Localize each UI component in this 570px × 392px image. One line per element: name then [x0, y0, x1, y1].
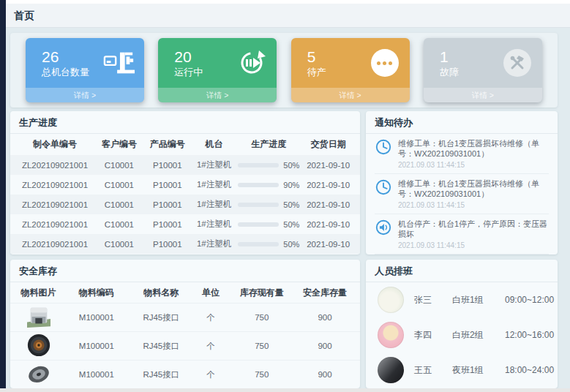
delivery-date: 2021-09-10: [301, 181, 356, 189]
material-name: RJ45接口: [130, 341, 192, 352]
customer-no: C10001: [95, 200, 143, 209]
machine: 1#注塑机: [192, 179, 237, 190]
material-stock: 750: [230, 342, 295, 350]
material-stock: 750: [230, 313, 295, 322]
col-delivery-date: 交货日期: [301, 138, 356, 151]
fault-label: 故障: [440, 66, 459, 79]
production-row: ZL202109021001 C10001 P10001 1#注塑机 50% 2…: [10, 195, 360, 214]
stat-card-fault[interactable]: 1 故障 详情 >: [424, 38, 542, 102]
customer-no: C10001: [95, 220, 143, 229]
material-image-cell: [15, 305, 62, 331]
col-material-name: 物料名称: [130, 287, 192, 299]
inventory-table-header: 物料图片 物料编码 物料名称 单位 库存现有量 安全库存量: [10, 282, 360, 303]
notifications-list: 维修工单：机台1变压器损坏待维修（单号：WX202109031001） 2021…: [366, 134, 558, 255]
production-table-header: 制令单编号 客户编号 产品编号 机台 生产进度 交货日期: [10, 134, 360, 155]
running-label: 运行中: [174, 66, 203, 79]
total-machines-value: 26: [42, 48, 89, 66]
delivery-date: 2021-09-10: [301, 161, 356, 170]
col-material-code: 物料编码: [62, 287, 130, 299]
speaker-angled-photo: [24, 361, 53, 386]
notification-text: 机台停产：机台1停产，停产原因：变压器损坏: [398, 219, 549, 239]
schedule-row: 张三 白班1组 09:00~12:00: [366, 282, 558, 317]
stat-card-waiting[interactable]: 5 待产 详情 >: [291, 38, 410, 102]
delivery-date: 2021-09-10: [301, 240, 356, 249]
order-no: ZL202109021001: [15, 161, 95, 170]
product-no: P10001: [143, 181, 192, 189]
notification-item[interactable]: 维修工单：机台1变压器损坏待维修（单号：WX202109031001） 2021…: [375, 134, 549, 174]
stat-card-body: 26 总机台数量: [26, 38, 144, 88]
ellipsis-icon: [369, 48, 401, 78]
card-detail-link[interactable]: 详情 >: [424, 88, 542, 102]
worker-time: 12:00~16:00: [505, 330, 554, 340]
avatar: [378, 287, 404, 313]
product-no: P10001: [143, 220, 192, 229]
progress-bar: [238, 203, 279, 207]
material-code: M100001: [62, 313, 130, 322]
worker-time: 18:00~24:00: [505, 365, 554, 375]
production-row: ZL202109021001 C10001 P10001 1#注塑机 50% 2…: [10, 234, 360, 254]
stat-card-texts: 26 总机台数量: [42, 48, 89, 79]
tools-icon: [501, 48, 533, 78]
product-no: P10001: [143, 240, 192, 249]
col-customer-no: 客户编号: [95, 138, 143, 151]
machine: 1#注塑机: [192, 199, 237, 210]
progress-percent: 50%: [283, 240, 299, 249]
avatar: [378, 357, 404, 383]
stat-card-texts: 1 故障: [440, 48, 459, 79]
card-detail-link[interactable]: 详情 >: [291, 88, 410, 102]
customer-no: C10001: [95, 161, 143, 170]
notification-text: 维修工单：机台1变压器损坏待维修（单号：WX202109031001）: [398, 178, 549, 199]
inventory-row: M100001 RJ45接口 个 750 900: [10, 303, 360, 331]
schedule-row: 李四 白班2组 12:00~16:00: [366, 317, 558, 353]
stat-card-body: 5 待产: [291, 38, 410, 88]
material-unit: 个: [192, 341, 229, 352]
notification-item[interactable]: 机台停产：机台1停产，停产原因：变压器损坏 2021.09.03 11:44:1…: [375, 214, 549, 255]
stat-cards-panel: 26 总机台数量 详情 >: [10, 33, 558, 108]
rj45-connector-photo: [24, 305, 53, 330]
notification-item[interactable]: 维修工单：机台1变压器损坏待维修（单号：WX202109031001） 2021…: [375, 174, 549, 214]
stat-card-running[interactable]: 20 运行中 详情 >: [158, 38, 277, 102]
progress-percent: 50%: [283, 200, 299, 209]
material-unit: 个: [192, 312, 229, 323]
bottom-edge: [0, 388, 570, 392]
delivery-date: 2021-09-10: [301, 220, 356, 229]
stat-card-total-machines[interactable]: 26 总机台数量 详情 >: [26, 38, 144, 102]
stat-card-texts: 5 待产: [307, 48, 326, 79]
production-progress-panel: 生产进度 制令单编号 客户编号 产品编号 机台 生产进度 交货日期 ZL2021…: [10, 111, 360, 255]
avatar: [378, 322, 404, 348]
worker-name: 李四: [414, 329, 452, 342]
production-row: ZL202109021001 C10001 P10001 1#注塑机 50% 2…: [10, 155, 360, 175]
progress-bar: [238, 242, 279, 246]
speaker-front-photo: [24, 333, 53, 358]
waiting-label: 待产: [307, 66, 326, 79]
notification-time: 2021.09.03 11:44:15: [398, 200, 549, 210]
progress-percent: 50%: [283, 161, 299, 170]
production-progress-title: 生产进度: [10, 111, 360, 134]
clock-icon: [375, 178, 392, 196]
tab-home[interactable]: 首页: [6, 4, 34, 27]
progress-cell: 50%: [236, 220, 301, 229]
running-icon: [236, 48, 268, 78]
product-no: P10001: [143, 200, 192, 209]
col-safety-qty: 安全库存量: [294, 287, 356, 299]
safety-inventory-panel: 安全库存 物料图片 物料编码 物料名称 单位 库存现有量 安全库存量: [10, 260, 360, 388]
card-detail-link[interactable]: 详情 >: [158, 88, 277, 102]
personnel-schedule-panel: 人员排班 张三 白班1组 09:00~12:00 李四 白班2组 12:00~1…: [366, 260, 558, 388]
inventory-row: M100001 RJ45接口 个 750 900: [10, 360, 360, 388]
progress-bar: [238, 183, 279, 187]
col-unit: 单位: [192, 287, 229, 299]
dashboard-page: 首页 26 总机台数量: [0, 0, 570, 392]
material-code: M100001: [62, 370, 130, 379]
col-machine: 机台: [192, 138, 237, 151]
stat-card-body: 1 故障: [424, 38, 542, 88]
col-material-image: 物料图片: [15, 287, 62, 299]
machine: 1#注塑机: [192, 238, 237, 249]
machine: 1#注塑机: [192, 159, 237, 170]
material-image-cell: [15, 333, 62, 359]
progress-cell: 50%: [236, 161, 301, 170]
card-detail-link[interactable]: 详情 >: [26, 88, 144, 102]
progress-cell: 50%: [236, 200, 301, 209]
material-code: M100001: [62, 342, 130, 350]
notification-body: 机台停产：机台1停产，停产原因：变压器损坏 2021.09.03 11:44:1…: [398, 219, 549, 250]
speaker-icon: [375, 219, 392, 236]
